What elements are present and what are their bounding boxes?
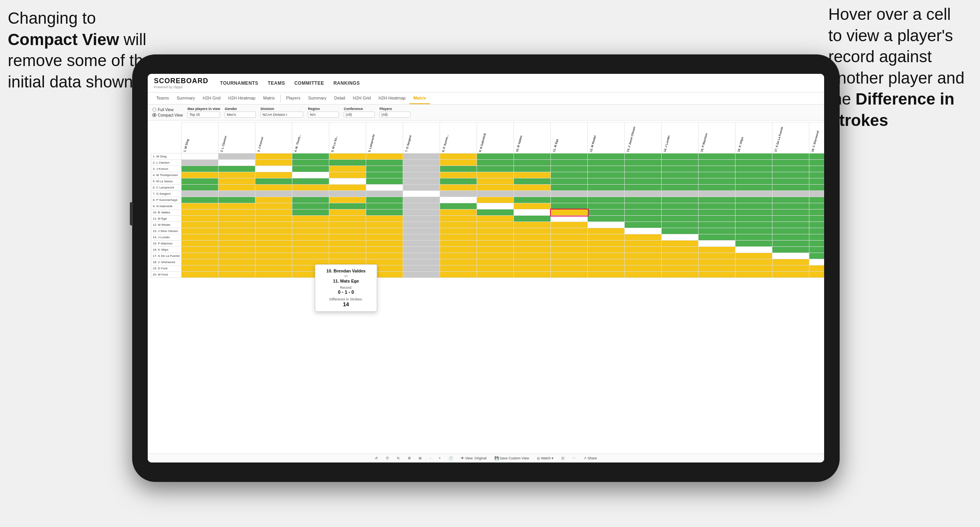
matrix-cell[interactable] (551, 172, 588, 178)
watch-btn[interactable]: ◎ Watch ▾ (537, 456, 554, 460)
matrix-cell[interactable] (366, 154, 403, 160)
matrix-cell[interactable] (662, 272, 699, 278)
matrix-cell[interactable] (255, 191, 292, 197)
matrix-cell[interactable] (329, 247, 366, 253)
matrix-cell[interactable] (735, 272, 772, 278)
matrix-cell[interactable] (255, 259, 292, 265)
matrix-cell[interactable] (477, 166, 514, 172)
save-custom-btn[interactable]: 💾 Save Custom View (494, 456, 529, 460)
matrix-cell[interactable] (551, 203, 588, 209)
matrix-cell[interactable] (440, 191, 477, 197)
matrix-cell[interactable] (477, 272, 514, 278)
matrix-cell[interactable] (588, 166, 625, 172)
matrix-cell[interactable] (699, 216, 735, 222)
matrix-cell[interactable] (182, 203, 218, 209)
matrix-cell[interactable] (403, 178, 440, 185)
matrix-cell[interactable] (662, 234, 699, 241)
matrix-cell[interactable] (699, 222, 735, 228)
matrix-cell[interactable] (514, 247, 551, 253)
nav-rankings[interactable]: RANKINGS (334, 80, 360, 86)
tab-teams[interactable]: Teams (152, 92, 173, 104)
matrix-cell[interactable] (255, 272, 292, 278)
matrix-cell[interactable] (366, 209, 403, 216)
matrix-cell[interactable] (735, 241, 772, 247)
matrix-cell[interactable] (699, 247, 735, 253)
matrix-cell[interactable] (403, 185, 440, 191)
matrix-cell[interactable] (218, 209, 255, 216)
matrix-cell[interactable] (477, 222, 514, 228)
max-players-select[interactable]: Top 25 (187, 112, 220, 118)
matrix-cell[interactable] (255, 178, 292, 185)
matrix-cell[interactable] (699, 241, 735, 247)
matrix-cell[interactable] (477, 191, 514, 197)
nav-committee[interactable]: COMMITTEE (294, 80, 324, 86)
matrix-cell[interactable] (514, 160, 551, 166)
matrix-cell[interactable] (292, 216, 329, 222)
matrix-cell[interactable] (514, 259, 551, 265)
matrix-cell[interactable] (588, 253, 625, 259)
matrix-cell[interactable] (477, 241, 514, 247)
matrix-cell[interactable] (662, 154, 699, 160)
matrix-cell[interactable] (625, 253, 662, 259)
matrix-cell[interactable] (514, 265, 551, 272)
matrix-cell[interactable] (440, 209, 477, 216)
matrix-cell[interactable] (809, 191, 824, 197)
matrix-cell[interactable] (255, 222, 292, 228)
gender-select[interactable]: Men's (225, 112, 256, 118)
tab-h2h-heatmap-2[interactable]: H2H Heatmap (375, 92, 410, 104)
matrix-cell[interactable] (403, 259, 440, 265)
matrix-cell[interactable] (699, 191, 735, 197)
matrix-cell[interactable] (588, 259, 625, 265)
matrix-cell[interactable] (809, 247, 824, 253)
matrix-cell[interactable] (366, 241, 403, 247)
matrix-cell[interactable] (735, 247, 772, 253)
matrix-cell[interactable] (366, 228, 403, 234)
matrix-cell[interactable] (809, 166, 824, 172)
matrix-cell[interactable] (551, 222, 588, 228)
matrix-cell[interactable] (588, 222, 625, 228)
matrix-cell[interactable] (403, 272, 440, 278)
tab-matrix-active[interactable]: Matrix (409, 92, 430, 104)
nav-tournaments[interactable]: TOURNAMENTS (220, 80, 259, 86)
matrix-cell[interactable] (809, 265, 824, 272)
matrix-cell[interactable] (772, 191, 809, 197)
matrix-cell[interactable] (662, 178, 699, 185)
matrix-cell[interactable] (735, 185, 772, 191)
grid-btn[interactable]: ⊡ (561, 456, 564, 460)
matrix-cell[interactable] (551, 166, 588, 172)
matrix-cell[interactable] (403, 197, 440, 203)
matrix-cell[interactable] (182, 247, 218, 253)
matrix-cell[interactable] (218, 160, 255, 166)
matrix-cell[interactable] (440, 222, 477, 228)
matrix-cell[interactable] (182, 154, 218, 160)
matrix-cell[interactable] (366, 234, 403, 241)
matrix-cell[interactable] (477, 185, 514, 191)
matrix-cell[interactable] (625, 265, 662, 272)
tab-detail[interactable]: Detail (330, 92, 349, 104)
matrix-cell[interactable] (440, 172, 477, 178)
matrix-cell[interactable] (551, 209, 588, 216)
matrix-cell[interactable] (477, 203, 514, 209)
matrix-cell[interactable] (662, 216, 699, 222)
matrix-cell[interactable] (735, 160, 772, 166)
matrix-cell[interactable] (625, 154, 662, 160)
matrix-cell[interactable] (477, 197, 514, 203)
redo-btn[interactable]: ↻ (397, 456, 400, 460)
matrix-cell[interactable] (699, 172, 735, 178)
matrix-cell[interactable] (440, 216, 477, 222)
region-select[interactable]: N/A (308, 112, 339, 118)
matrix-cell[interactable] (772, 222, 809, 228)
filter-btn[interactable]: ⚙ (408, 456, 411, 460)
matrix-cell[interactable] (182, 172, 218, 178)
more-btn[interactable]: ⋯ (572, 456, 576, 460)
matrix-cell[interactable] (662, 166, 699, 172)
matrix-cell[interactable] (662, 197, 699, 203)
matrix-cell[interactable] (588, 209, 625, 216)
matrix-cell[interactable] (218, 228, 255, 234)
minus-btn[interactable]: - (430, 456, 431, 460)
matrix-cell[interactable] (255, 241, 292, 247)
matrix-cell[interactable] (182, 241, 218, 247)
view-original-btn[interactable]: 👁 View: Original (461, 456, 487, 460)
matrix-cell[interactable] (625, 172, 662, 178)
matrix-cell[interactable] (625, 178, 662, 185)
